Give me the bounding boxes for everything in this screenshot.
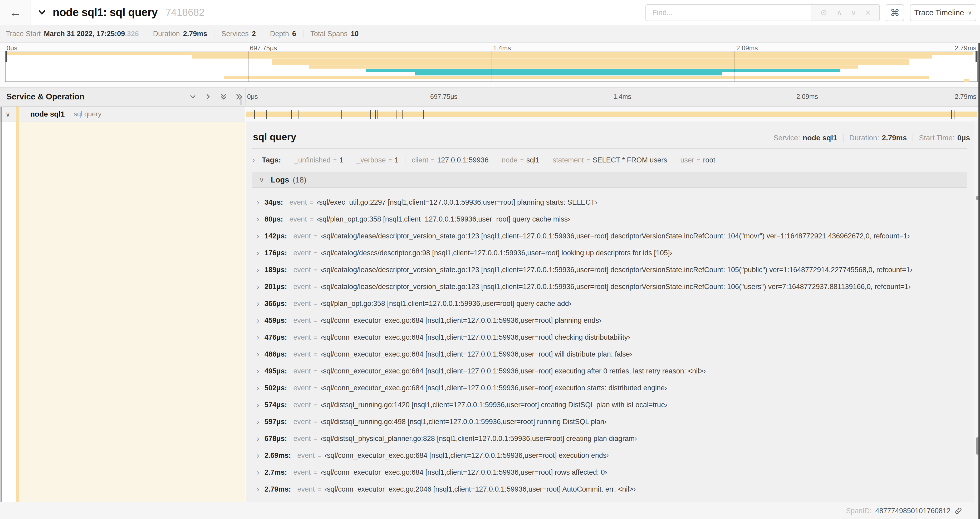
log-row[interactable]: ›502μsevent=‹sql/conn_executor_exec.go:6… xyxy=(252,380,967,396)
span-row-name-cell[interactable]: ∨ node sql1 sql query xyxy=(0,107,245,122)
log-field-key: event xyxy=(290,198,307,206)
log-marker-tick[interactable] xyxy=(373,110,373,119)
log-row[interactable]: ›34μsevent=‹sql/exec_util.go:2297 [nsql1… xyxy=(252,194,967,211)
log-marker-tick[interactable] xyxy=(254,110,255,119)
span-duration-bar[interactable] xyxy=(246,112,977,117)
equals-sign: = xyxy=(311,233,321,240)
collapse-one-icon[interactable] xyxy=(189,93,197,101)
scrollbar-thumb[interactable] xyxy=(976,437,978,455)
log-marker-tick[interactable] xyxy=(951,110,952,119)
log-marker-tick[interactable] xyxy=(978,110,978,119)
log-row[interactable]: ›2.7msevent=‹sql/conn_executor_exec.go:6… xyxy=(252,464,967,481)
chevron-right-icon: › xyxy=(252,451,264,460)
ruler-gridline xyxy=(429,88,429,106)
ruler-tick-label: 2.09ms xyxy=(796,93,818,101)
logs-header[interactable]: ∨ Logs (18) xyxy=(252,172,967,188)
chevron-right-icon: › xyxy=(252,156,262,164)
stat-label: Total Spans xyxy=(310,30,347,38)
find-prev-icon[interactable]: ∧ xyxy=(837,9,842,17)
log-field-key: event xyxy=(298,485,315,493)
expand-one-icon[interactable] xyxy=(204,93,212,101)
find-next-icon[interactable]: ∨ xyxy=(851,9,856,17)
keyboard-shortcuts-button[interactable]: ⌘ xyxy=(886,4,904,21)
trace-view-selector[interactable]: Trace Timeline ∨ xyxy=(910,4,976,21)
log-row[interactable]: ›189μsevent=‹sql/catalog/lease/descripto… xyxy=(252,261,967,278)
log-row[interactable]: ›574μsevent=‹sql/distsql_running.go:1420… xyxy=(252,396,967,413)
log-timestamp: 201μs xyxy=(264,283,287,291)
log-marker-tick[interactable] xyxy=(377,110,377,119)
ruler-tick-label: 2.79ms xyxy=(955,93,976,101)
minimap-right-handle[interactable] xyxy=(975,51,977,62)
focus-target-icon[interactable] xyxy=(820,9,828,17)
log-marker-tick[interactable] xyxy=(423,110,424,119)
log-row[interactable]: ›486μsevent=‹sql/conn_executor_exec.go:6… xyxy=(252,346,967,363)
link-icon[interactable] xyxy=(954,506,963,515)
find-actions: ∧ ∨ ✕ xyxy=(811,5,879,21)
log-row[interactable]: ›2.69msevent=‹sql/conn_executor_exec.go:… xyxy=(252,447,967,464)
window-edge-sliver xyxy=(978,43,980,519)
find-input[interactable] xyxy=(646,5,811,21)
equals-sign: = xyxy=(311,368,321,375)
log-marker-tick[interactable] xyxy=(366,110,366,119)
chevron-right-icon: › xyxy=(252,383,264,393)
log-field-value: ‹sql/conn_executor_exec.go:684 [nsql1,cl… xyxy=(321,316,601,324)
log-row[interactable]: ›142μsevent=‹sql/catalog/lease/descripto… xyxy=(252,228,967,244)
log-marker-tick[interactable] xyxy=(396,110,396,119)
equals-sign: = xyxy=(311,334,321,341)
log-event: event=‹sql/distsql_running.go:1420 [nsql… xyxy=(293,401,668,409)
log-marker-tick[interactable] xyxy=(370,110,371,119)
log-row[interactable]: ›678μsevent=‹sql/distsql_physical_planne… xyxy=(252,430,967,447)
chevron-right-icon: › xyxy=(252,333,264,342)
log-marker-tick[interactable] xyxy=(298,110,299,119)
minimap-span-bar xyxy=(272,62,909,65)
span-row-timeline-cell[interactable] xyxy=(245,107,978,122)
back-button[interactable]: ← xyxy=(0,0,31,25)
log-row[interactable]: ›476μsevent=‹sql/conn_executor_exec.go:6… xyxy=(252,329,967,346)
span-service-name: node sql1 xyxy=(30,110,65,118)
tag-value: SELECT * FROM users xyxy=(592,156,667,164)
chevron-down-icon[interactable] xyxy=(37,8,46,17)
log-row[interactable]: ›495μsevent=‹sql/conn_executor_exec.go:6… xyxy=(252,363,967,380)
equals-sign: = xyxy=(311,385,321,391)
log-marker-tick[interactable] xyxy=(266,110,267,119)
span-row[interactable]: ∨ node sql1 sql query xyxy=(0,107,980,122)
service-operation-header: Service & Operation xyxy=(0,88,245,106)
log-marker-tick[interactable] xyxy=(375,110,375,119)
span-detail-panel: sql query Service:node sql1Duration:2.79… xyxy=(245,122,974,502)
log-event: event=‹sql/conn_executor_exec.go:684 [ns… xyxy=(293,350,632,358)
minimap-canvas[interactable] xyxy=(5,51,978,82)
scrollbar-thumb[interactable] xyxy=(976,196,978,200)
minimap-gridline xyxy=(735,51,735,81)
page-header: ← node sql1: sql query 7418682 ∧ ∨ ✕ ⌘ T… xyxy=(0,0,980,25)
log-row[interactable]: ›80μsevent=‹sql/plan_opt.go:358 [nsql1,c… xyxy=(252,211,967,228)
log-marker-tick[interactable] xyxy=(954,110,955,119)
log-row[interactable]: ›176μsevent=‹sql/catalog/descs/descripto… xyxy=(252,244,967,261)
log-marker-tick[interactable] xyxy=(402,110,402,119)
minimap-gridline xyxy=(492,51,492,81)
column-resizer[interactable]: ∥ xyxy=(239,97,245,104)
log-row[interactable]: ›459μsevent=‹sql/conn_executor_exec.go:6… xyxy=(252,312,967,329)
log-row[interactable]: ›201μsevent=‹sql/catalog/lease/descripto… xyxy=(252,278,967,295)
log-row[interactable]: ›2.79msevent=‹sql/conn_executor_exec.go:… xyxy=(252,481,967,498)
chevron-down-icon[interactable]: ∨ xyxy=(0,110,16,118)
log-field-value: ‹sql/distsql_running.go:498 [nsql1,clien… xyxy=(321,418,607,426)
equals-sign: = xyxy=(307,199,317,206)
tag-item: node=sql1 xyxy=(495,156,546,164)
log-field-value: ‹sql/conn_executor_exec.go:684 [nsql1,cl… xyxy=(321,468,607,476)
log-timestamp: 189μs xyxy=(264,266,287,274)
minimap-left-handle[interactable] xyxy=(6,51,7,62)
tags-row[interactable]: › Tags: _unfinished=1_verbose=1client=12… xyxy=(252,154,974,166)
stat-value: 10 xyxy=(351,30,358,38)
log-row[interactable]: ›366μsevent=‹sql/plan_opt.go:358 [nsql1,… xyxy=(252,295,967,312)
collapse-all-icon[interactable] xyxy=(219,92,228,101)
log-marker-tick[interactable] xyxy=(295,110,295,119)
minimap-gridline xyxy=(248,51,249,81)
log-marker-tick[interactable] xyxy=(283,110,283,119)
find-clear-icon[interactable]: ✕ xyxy=(865,9,871,16)
log-marker-tick[interactable] xyxy=(291,110,292,119)
minimap-span-bar xyxy=(192,55,932,59)
tag-key: _unfinished xyxy=(294,156,331,164)
log-field-key: event xyxy=(293,468,311,476)
log-marker-tick[interactable] xyxy=(341,110,342,119)
log-row[interactable]: ›597μsevent=‹sql/distsql_running.go:498 … xyxy=(252,413,967,430)
